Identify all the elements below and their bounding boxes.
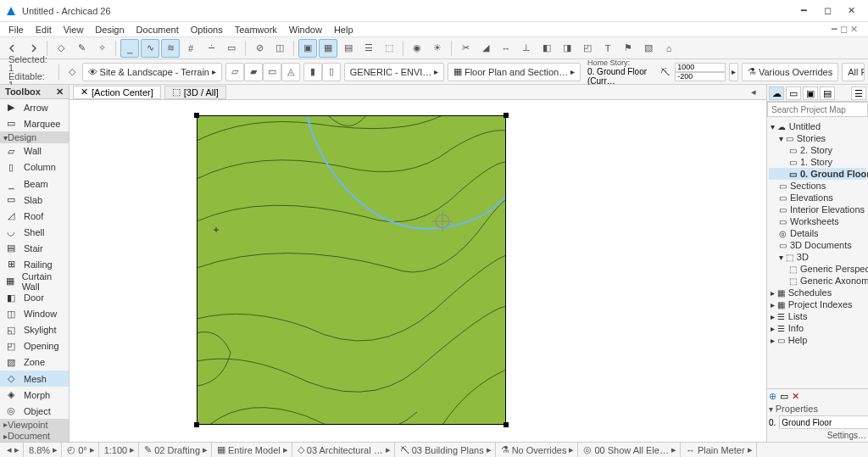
canvas-area[interactable]: ✕ [Action Center] ⬚ [3D / All] ◂	[70, 85, 766, 442]
nav-tab-project-map[interactable]: ☁	[769, 86, 784, 100]
tool-marquee[interactable]: ▭ Marquee	[0, 115, 69, 131]
ruler-button[interactable]: ▭	[222, 39, 241, 58]
ridge-combo[interactable]: All Ridg	[842, 63, 865, 81]
scale-status[interactable]: 1:100 ▸	[101, 443, 140, 457]
menu-window[interactable]: Window	[284, 25, 327, 35]
camera-button[interactable]: ◉	[408, 39, 426, 58]
props-icon[interactable]: ▭	[780, 391, 788, 402]
material-combo[interactable]: GENERIC - ENVI… ▸	[344, 63, 444, 81]
tool-mesh[interactable]: ◇Mesh	[0, 371, 69, 387]
dimension-status[interactable]: ↔ Plain Meter ▸	[682, 443, 757, 457]
elevation-button[interactable]: ◨	[558, 39, 576, 58]
close-window-button[interactable]: ✕	[839, 5, 863, 16]
nav-indexes[interactable]: ▸ ▦ Project Indexes	[769, 298, 866, 310]
guideline-3-button[interactable]: ≋	[161, 39, 180, 58]
layer-icon[interactable]: ◇	[65, 63, 79, 81]
guideline-2-button[interactable]: ∿	[141, 39, 159, 58]
select-mode-1[interactable]: ▣	[298, 39, 317, 58]
delete-button[interactable]: ✕	[792, 391, 799, 402]
layer-combo[interactable]: 👁 Site & Landscape - Terrain ▸	[82, 63, 222, 81]
attach-button[interactable]: ✂	[456, 39, 475, 58]
tool-object[interactable]: ◎Object	[0, 403, 69, 419]
nav-lists[interactable]: ▸ ☰ Lists	[769, 310, 866, 322]
props-name-input[interactable]	[779, 415, 868, 429]
grid-button[interactable]: #	[181, 39, 200, 58]
search-project-map-input[interactable]	[767, 102, 868, 117]
settings-link[interactable]: Settings…	[769, 431, 866, 440]
nav-info[interactable]: ▸ ☰ Info	[769, 322, 866, 334]
menu-design[interactable]: Design	[90, 25, 129, 35]
fill-button[interactable]: ▧	[639, 39, 658, 58]
section-viewpoint[interactable]: ▸ Viewpoint	[0, 419, 69, 430]
tool-beam[interactable]: ⎯Beam	[0, 176, 69, 192]
overrides-combo[interactable]: ⚗ Various Overrides	[742, 63, 838, 81]
home-story-value[interactable]: 0. Ground Floor (Curr…	[587, 67, 651, 86]
nav-tab-layout[interactable]: ▣	[803, 86, 818, 100]
nav-3d-docs[interactable]: ▭ 3D Documents	[769, 239, 866, 251]
penset-status[interactable]: ✎ 02 Drafting ▸	[141, 443, 212, 457]
label-button[interactable]: ⚑	[619, 39, 637, 58]
select-mode-2[interactable]: ▦	[319, 39, 337, 58]
layer-status[interactable]: ◇ 03 Architectural … ▸	[294, 443, 395, 457]
nav-tab-menu[interactable]: ☰	[851, 86, 866, 100]
geom-3[interactable]: ▭	[263, 63, 281, 81]
elevation-bottom-input[interactable]	[675, 72, 726, 81]
tool-arrow[interactable]: ▶ Arrow	[0, 99, 69, 115]
elevation-icon[interactable]: ⛏	[658, 63, 671, 81]
guideline-1-button[interactable]: ⎯	[120, 39, 139, 58]
nav-untitled[interactable]: ▾ ☁ Untitled	[769, 120, 866, 132]
sun-button[interactable]: ☀	[428, 39, 447, 58]
layout-button[interactable]: ⌂	[659, 39, 678, 58]
pencil-button[interactable]: ✎	[72, 39, 91, 58]
suspend-button[interactable]: ⊘	[250, 39, 269, 58]
floorplan-combo[interactable]: ▦ Floor Plan and Section… ▸	[448, 63, 581, 81]
trace-button[interactable]: ◫	[270, 39, 289, 58]
new-viewpoint-button[interactable]: ⊕	[769, 391, 776, 402]
section-button[interactable]: ◧	[537, 39, 556, 58]
nav-tab-view-map[interactable]: ▭	[786, 86, 801, 100]
nav-story-1[interactable]: ▭ 1. Story	[769, 156, 866, 168]
wand-button[interactable]: ✧	[92, 39, 111, 58]
nav-details[interactable]: ◎ Details	[769, 227, 866, 239]
menu-view[interactable]: View	[58, 25, 89, 35]
menu-document[interactable]: Document	[131, 25, 184, 35]
tool-column[interactable]: ▯Column	[0, 159, 69, 176]
angle-status[interactable]: ◴ 0° ▸	[64, 443, 99, 457]
menu-edit[interactable]: Edit	[31, 25, 57, 35]
tool-slab[interactable]: ▭Slab	[0, 192, 69, 208]
tool-curtain-wall[interactable]: ▦Curtain Wall	[0, 273, 69, 290]
nav-tab-publisher[interactable]: ▤	[820, 86, 835, 100]
section-document[interactable]: ▸ Document	[0, 431, 69, 442]
tool-window[interactable]: ◫Window	[0, 306, 69, 322]
tool-morph[interactable]: ◈Morph	[0, 387, 69, 403]
tool-opening[interactable]: ◰Opening	[0, 338, 69, 354]
close-tab-icon[interactable]: ✕	[81, 86, 88, 98]
nav-schedules[interactable]: ▸ ▦ Schedules	[769, 287, 866, 298]
nav-help[interactable]: ▸ ▭ Help	[769, 334, 866, 346]
geom-4[interactable]: ◬	[281, 63, 300, 81]
dimension-button[interactable]: ↔	[497, 39, 515, 58]
detail-button[interactable]: ◰	[578, 39, 597, 58]
nav-axonometry[interactable]: ⬚ Generic Axonometry	[769, 275, 866, 287]
pick-button[interactable]: ◇	[52, 39, 70, 58]
menu-help[interactable]: Help	[329, 25, 359, 35]
menu-teamwork[interactable]: Teamwork	[230, 25, 282, 35]
tab-action-center[interactable]: ✕ [Action Center]	[73, 86, 161, 99]
secondary-window-controls[interactable]: ━ ◻ ✕	[825, 24, 865, 35]
tool-roof[interactable]: ◿Roof	[0, 208, 69, 224]
nav-worksheets[interactable]: ▭ Worksheets	[769, 215, 866, 227]
nav-perspective[interactable]: ⬚ Generic Perspective	[769, 263, 866, 275]
tool-stair[interactable]: ▤Stair	[0, 240, 69, 256]
filter-button[interactable]: ▤	[339, 39, 358, 58]
tool-shell[interactable]: ◡Shell	[0, 224, 69, 240]
nav-story-2[interactable]: ▭ 2. Story	[769, 144, 866, 156]
toolbox-close-icon[interactable]: ✕	[56, 86, 64, 98]
more-arrow[interactable]: ▸	[729, 63, 738, 81]
view-3d-button[interactable]: ⬚	[380, 39, 398, 58]
struct-2[interactable]: ▯	[322, 63, 341, 81]
tool-skylight[interactable]: ◱Skylight	[0, 322, 69, 338]
struct-1[interactable]: ▮	[303, 63, 322, 81]
snap-button[interactable]: ∸	[202, 39, 220, 58]
override-status[interactable]: ⚗ No Overrides ▸	[498, 443, 579, 457]
show-status[interactable]: ◎ 00 Show All Ele… ▸	[580, 443, 680, 457]
